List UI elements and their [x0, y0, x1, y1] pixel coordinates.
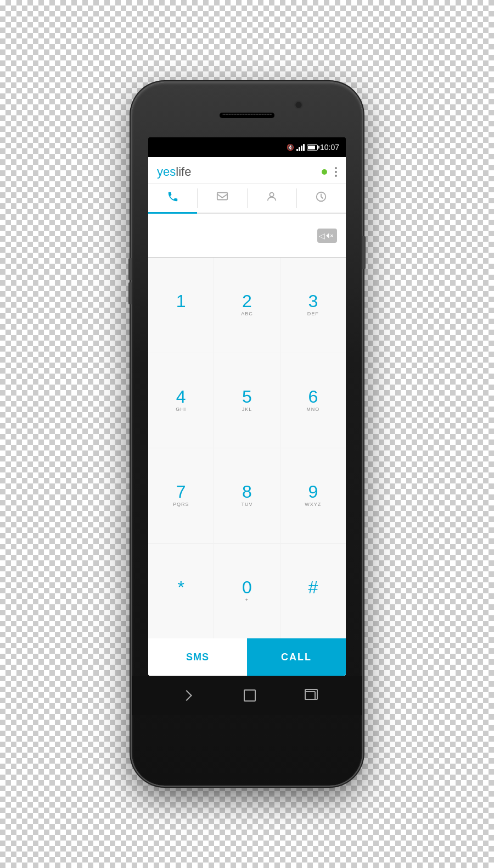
phone-device: 🔇 10:07 yes [132, 82, 362, 786]
tabs [148, 184, 346, 214]
action-bar: SMS CALL [148, 638, 346, 676]
phone-screen: 🔇 10:07 yes [148, 137, 346, 676]
key-6[interactable]: 6 MNO [280, 353, 346, 448]
message-icon [216, 191, 228, 205]
key-9[interactable]: 9 WXYZ [280, 448, 346, 543]
volume-up-button[interactable] [128, 258, 132, 280]
key-1[interactable]: 1 [148, 258, 214, 353]
status-icons: 🔇 10:07 [287, 143, 339, 152]
phone-icon [167, 191, 179, 205]
key-star[interactable]: * [148, 544, 214, 639]
display-area [148, 214, 346, 258]
clock-icon [315, 191, 327, 205]
back-icon [178, 687, 195, 704]
tab-dialpad[interactable] [148, 184, 197, 214]
key-3[interactable]: 3 DEF [280, 258, 346, 353]
svg-rect-0 [217, 193, 227, 200]
call-button[interactable]: CALL [247, 638, 346, 676]
front-camera [295, 102, 302, 108]
menu-dot-2 [335, 171, 337, 173]
keypad: 1 2 ABC 3 DEF 4 GHI [148, 258, 346, 638]
menu-dot-3 [335, 175, 337, 177]
backspace-button[interactable] [317, 229, 337, 243]
recents-icon [305, 691, 316, 700]
status-indicator-dot [322, 169, 327, 175]
key-4[interactable]: 4 GHI [148, 353, 214, 448]
tab-history[interactable] [297, 184, 346, 214]
battery-icon [307, 144, 318, 151]
power-button[interactable] [362, 236, 366, 269]
speaker-grille [220, 113, 274, 118]
home-button[interactable] [244, 689, 256, 702]
phone-top-area [132, 82, 362, 137]
svg-point-1 [270, 193, 273, 197]
header-right [322, 167, 337, 177]
menu-button[interactable] [335, 167, 337, 177]
app-header: yes life [148, 157, 346, 184]
volume-buttons [128, 258, 132, 304]
app-logo: yes life [157, 165, 191, 179]
key-5[interactable]: 5 JKL [214, 353, 279, 448]
signal-bar-3 [301, 146, 302, 151]
status-time: 10:07 [320, 143, 339, 152]
mute-icon: 🔇 [287, 144, 294, 151]
tab-messages[interactable] [198, 184, 246, 214]
signal-bar-1 [296, 149, 298, 151]
menu-dot-1 [335, 167, 337, 169]
back-button[interactable] [178, 687, 195, 704]
key-hash[interactable]: # [280, 544, 346, 639]
logo-yes: yes [157, 165, 176, 179]
app-screen: yes life [148, 157, 346, 676]
key-0[interactable]: 0 + [214, 544, 279, 639]
tab-contacts[interactable] [248, 184, 296, 214]
key-8[interactable]: 8 TUV [214, 448, 279, 543]
volume-down-button[interactable] [128, 282, 132, 304]
status-bar: 🔇 10:07 [148, 137, 346, 157]
dialpad-container: 1 2 ABC 3 DEF 4 GHI [148, 214, 346, 676]
contacts-icon [266, 191, 278, 205]
battery-fill [308, 146, 315, 149]
sms-button[interactable]: SMS [148, 638, 247, 676]
key-2[interactable]: 2 ABC [214, 258, 279, 353]
key-7[interactable]: 7 PQRS [148, 448, 214, 543]
signal-icon [296, 143, 305, 151]
home-icon [244, 689, 256, 702]
recents-button[interactable] [305, 691, 316, 700]
signal-bar-2 [299, 147, 300, 151]
bottom-navigation [132, 676, 362, 715]
logo-life: life [176, 165, 191, 179]
signal-bar-4 [303, 144, 305, 151]
